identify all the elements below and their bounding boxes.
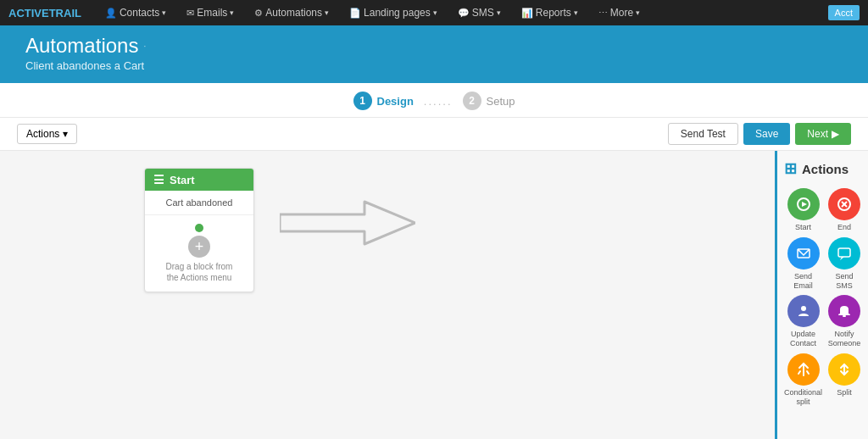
action-send-email-label: Send Email bbox=[784, 272, 822, 291]
action-end-label: End bbox=[837, 223, 851, 232]
action-conditional-split-label: Conditional split bbox=[784, 388, 822, 407]
next-button-arrow: ▶ bbox=[832, 128, 839, 140]
page-header: Automations · Client abandones a Cart bbox=[0, 25, 868, 83]
canvas-area: ☰ Start Cart abandoned + Drag a block fr… bbox=[0, 151, 775, 439]
nav-emails-label: Emails bbox=[197, 7, 227, 19]
emails-icon: ✉ bbox=[186, 8, 194, 19]
more-dropdown-arrow: ▾ bbox=[636, 8, 640, 17]
svg-point-9 bbox=[801, 306, 806, 311]
start-block-description: Cart abandoned bbox=[166, 197, 233, 208]
sms-dropdown-arrow: ▾ bbox=[497, 8, 501, 17]
save-button[interactable]: Save bbox=[743, 123, 790, 145]
action-start-label: Start bbox=[795, 223, 811, 232]
step-2-label: Setup bbox=[487, 95, 515, 108]
nav-more[interactable]: ⋯ More ▾ bbox=[595, 0, 643, 25]
action-start-icon bbox=[787, 188, 820, 220]
next-button[interactable]: Next ▶ bbox=[795, 123, 851, 145]
toolbar-row: Actions ▾ Send Test Save Next ▶ bbox=[0, 118, 868, 151]
title-dot: · bbox=[143, 42, 146, 51]
nav-sms[interactable]: 💬 SMS ▾ bbox=[454, 0, 504, 25]
nav-sms-label: SMS bbox=[472, 7, 494, 19]
action-split-label: Split bbox=[837, 388, 852, 397]
steps-bar: 1 Design ...... 2 Setup bbox=[0, 83, 868, 118]
step-design: 1 Design bbox=[353, 92, 414, 110]
toolbar-right: Send Test Save Next ▶ bbox=[668, 123, 851, 145]
nav-reports-label: Reports bbox=[536, 7, 571, 19]
reports-icon: 📊 bbox=[521, 8, 533, 19]
action-split-icon bbox=[828, 353, 860, 386]
start-block-header: ☰ Start bbox=[145, 169, 253, 191]
step-setup: 2 Setup bbox=[463, 92, 515, 110]
action-update-contact-label: Update Contact bbox=[784, 330, 822, 348]
step-1-label: Design bbox=[377, 95, 414, 108]
steps-separator: ...... bbox=[424, 95, 453, 108]
action-item-notify-someone[interactable]: Notify Someone bbox=[827, 295, 861, 348]
action-notify-someone-label: Notify Someone bbox=[827, 330, 861, 348]
actions-button-label: Actions bbox=[26, 128, 59, 140]
more-icon: ⋯ bbox=[598, 8, 608, 19]
contacts-icon: 👤 bbox=[105, 8, 117, 19]
nav-reports[interactable]: 📊 Reports ▾ bbox=[518, 0, 581, 25]
actions-panel-icon: ⊞ bbox=[784, 159, 797, 178]
step-2-num: 2 bbox=[463, 92, 481, 110]
account-section: Acct bbox=[828, 5, 860, 20]
brand-logo: ACTIVETRAIL bbox=[8, 7, 81, 19]
action-item-send-sms[interactable]: Send SMS bbox=[827, 237, 861, 291]
page-subtitle: Client abandones a Cart bbox=[25, 59, 843, 72]
actions-panel-title: ⊞ Actions bbox=[784, 159, 861, 178]
start-block-title: Start bbox=[170, 174, 195, 186]
nav-contacts[interactable]: 👤 Contacts ▾ bbox=[102, 0, 170, 25]
action-send-sms-icon bbox=[828, 237, 860, 270]
actions-dropdown-button[interactable]: Actions ▾ bbox=[17, 124, 77, 144]
action-item-send-email[interactable]: Send Email bbox=[784, 237, 822, 291]
svg-rect-7 bbox=[838, 248, 850, 257]
nav-contacts-label: Contacts bbox=[120, 7, 159, 19]
sms-icon: 💬 bbox=[458, 8, 470, 19]
action-item-split[interactable]: Split bbox=[827, 353, 861, 407]
svg-marker-2 bbox=[802, 202, 807, 207]
next-button-label: Next bbox=[807, 128, 828, 140]
add-block-area: + Drag a block fromthe Actions menu bbox=[145, 215, 253, 292]
start-block: ☰ Start Cart abandoned + Drag a block fr… bbox=[144, 168, 254, 292]
action-item-conditional-split[interactable]: Conditional split bbox=[784, 353, 822, 407]
nav-automations[interactable]: ⚙ Automations ▾ bbox=[251, 0, 332, 25]
action-items-grid: Start End Send Email bbox=[784, 188, 861, 407]
drag-hint: Drag a block fromthe Actions menu bbox=[166, 261, 233, 283]
action-item-end[interactable]: End bbox=[827, 188, 861, 232]
landing-pages-icon: 📄 bbox=[349, 8, 361, 19]
add-block-button[interactable]: + bbox=[188, 236, 210, 258]
actions-panel: ⊞ Actions Start End bbox=[775, 151, 868, 439]
action-end-icon bbox=[828, 188, 860, 220]
action-item-start[interactable]: Start bbox=[784, 188, 822, 232]
content-wrapper: 1 Design ...... 2 Setup Actions ▾ Send T… bbox=[0, 83, 868, 439]
action-item-update-contact[interactable]: Update Contact bbox=[784, 295, 822, 348]
automations-dropdown-arrow: ▾ bbox=[325, 8, 329, 17]
svg-marker-0 bbox=[280, 202, 415, 244]
svg-rect-10 bbox=[843, 315, 846, 317]
action-send-email-icon bbox=[787, 237, 820, 270]
landing-pages-dropdown-arrow: ▾ bbox=[433, 8, 437, 17]
nav-landing-pages[interactable]: 📄 Landing pages ▾ bbox=[346, 0, 441, 25]
start-icon: ☰ bbox=[153, 173, 164, 186]
account-button[interactable]: Acct bbox=[828, 5, 860, 20]
emails-dropdown-arrow: ▾ bbox=[230, 8, 234, 17]
action-conditional-split-icon bbox=[787, 353, 820, 386]
connector-dot bbox=[195, 224, 203, 232]
action-update-contact-icon bbox=[787, 295, 820, 327]
action-notify-someone-icon bbox=[828, 295, 860, 327]
page-title: Automations bbox=[25, 34, 138, 58]
send-test-button[interactable]: Send Test bbox=[668, 123, 738, 145]
nav-emails[interactable]: ✉ Emails ▾ bbox=[183, 0, 237, 25]
main-area: ☰ Start Cart abandoned + Drag a block fr… bbox=[0, 151, 868, 439]
actions-panel-label: Actions bbox=[802, 162, 849, 176]
reports-dropdown-arrow: ▾ bbox=[574, 8, 578, 17]
start-block-body: Cart abandoned bbox=[145, 191, 253, 215]
action-send-sms-label: Send SMS bbox=[827, 272, 861, 291]
nav-automations-label: Automations bbox=[265, 7, 322, 19]
step-1-num: 1 bbox=[353, 92, 372, 110]
actions-button-arrow: ▾ bbox=[63, 128, 68, 140]
arrow-hint bbox=[280, 197, 415, 251]
nav-more-label: More bbox=[610, 7, 633, 19]
nav-landing-pages-label: Landing pages bbox=[364, 7, 431, 19]
top-nav: ACTIVETRAIL 👤 Contacts ▾ ✉ Emails ▾ ⚙ Au… bbox=[0, 0, 868, 25]
